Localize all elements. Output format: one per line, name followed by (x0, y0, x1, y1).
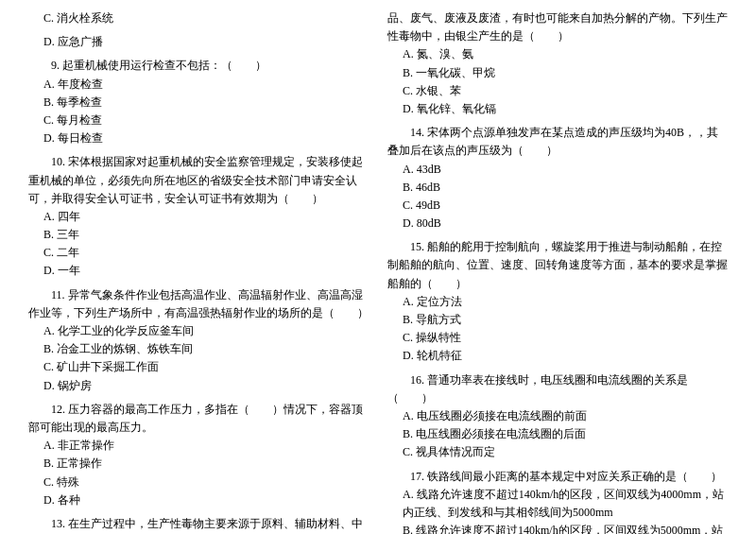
q13-option-d: D. 氧化锌、氧化镉 (403, 100, 728, 118)
q10-option-a: A. 四年 (43, 208, 369, 226)
question-13-cont: 品、废气、废液及废渣，有时也可能来自加热分解的产物。下列生产性毒物中，由银尘产生… (387, 9, 728, 118)
q16-option-b: B. 电压线圈必须接在电流线圈的后面 (403, 425, 728, 443)
q14-text: 14. 宋体两个点源单独发声在某点造成的声压级均为40B，，其叠加后在该点的声压… (387, 124, 728, 160)
q14-option-b: B. 46dB (403, 179, 728, 197)
q10-option-b: B. 三年 (43, 226, 369, 244)
question-10: 10. 宋体根据国家对起重机械的安全监察管理规定，安装移使起重机械的单位，必须先… (28, 153, 369, 280)
q16-option-a: A. 电压线圈必须接在电流线圈的前面 (403, 407, 728, 425)
left-column: C. 消火栓系统 D. 应急广播 9. 起重机械使用运行检查不包括：（ ） A.… (28, 9, 369, 534)
q12-option-b: B. 正常操作 (43, 455, 369, 473)
q10-text: 10. 宋体根据国家对起重机械的安全监察管理规定，安装移使起重机械的单位，必须先… (28, 153, 369, 208)
q9-option-a: A. 年度检查 (43, 76, 369, 94)
q10-option-c: C. 二年 (43, 244, 369, 262)
q12-text: 12. 压力容器的最高工作压力，多指在（ ）情况下，容器顶部可能出现的最高压力。 (28, 401, 369, 437)
question-11: 11. 异常气象条件作业包括高温作业、高温辐射作业、高温高湿作业等，下列生产场所… (28, 286, 369, 395)
q15-option-a: A. 定位方法 (403, 293, 728, 311)
q13-text: 13. 在生产过程中，生产性毒物主要来源于原料、辅助材料、中间产品、夹杂物、半成… (28, 515, 369, 534)
q15-option-d: D. 轮机特征 (403, 347, 728, 365)
question-15: 15. 船舶的舵用于控制航向，螺旋桨用于推进与制动船舶，在控制船舶的航向、位置、… (387, 238, 728, 365)
q9-option-b: B. 每季检查 (43, 94, 369, 112)
q9-option-c: C. 每月检查 (43, 112, 369, 129)
q14-option-d: D. 80dB (403, 215, 728, 233)
q15-option-c: C. 操纵特性 (403, 329, 728, 347)
q12-option-c: C. 特殊 (43, 474, 369, 491)
q14-option-a: A. 43dB (403, 161, 728, 179)
right-column: 品、废气、废液及废渣，有时也可能来自加热分解的产物。下列生产性毒物中，由银尘产生… (387, 9, 728, 534)
q13-option-c: C. 水银、苯 (403, 82, 728, 100)
q13-cont-text: 品、废气、废液及废渣，有时也可能来自加热分解的产物。下列生产性毒物中，由银尘产生… (387, 9, 728, 45)
question-13-start: 13. 在生产过程中，生产性毒物主要来源于原料、辅助材料、中间产品、夹杂物、半成… (28, 515, 369, 534)
q16-option-c: C. 视具体情况而定 (403, 443, 728, 461)
q12-option-d: D. 各种 (43, 491, 369, 509)
q11-option-d: D. 锅炉房 (43, 377, 369, 395)
question-9: 9. 起重机械使用运行检查不包括：（ ） A. 年度检查 B. 每季检查 C. … (28, 57, 369, 147)
option-text: C. 消火栓系统 (43, 9, 369, 27)
q14-option-c: C. 49dB (403, 197, 728, 215)
q9-text: 9. 起重机械使用运行检查不包括：（ ） (28, 57, 369, 75)
q12-option-a: A. 非正常操作 (43, 437, 369, 455)
q11-option-b: B. 冶金工业的炼钢、炼铁车间 (43, 340, 369, 358)
question-14: 14. 宋体两个点源单独发声在某点造成的声压级均为40B，，其叠加后在该点的声压… (387, 124, 728, 233)
option-text: D. 应急广播 (43, 33, 369, 51)
q15-option-b: B. 导航方式 (403, 311, 728, 329)
q10-option-d: D. 一年 (43, 262, 369, 280)
question-12: 12. 压力容器的最高工作压力，多指在（ ）情况下，容器顶部可能出现的最高压力。… (28, 401, 369, 509)
question-17: 17. 铁路线间最小距离的基本规定中对应关系正确的是（ ） A. 线路允许速度不… (387, 468, 728, 535)
question-16: 16. 普通功率表在接线时，电压线圈和电流线圈的关系是（ ） A. 电压线圈必须… (387, 371, 728, 462)
option-d-broadcast: D. 应急广播 (28, 33, 369, 51)
q17-option-b: B. 线路允许速度不超过140km/h的区段，区间双线为5000mm，站内正线、… (403, 522, 728, 534)
q11-option-c: C. 矿山井下采掘工作面 (43, 358, 369, 376)
q17-option-a: A. 线路允许速度不超过140km/h的区段，区间双线为4000mm，站内正线、… (403, 486, 728, 522)
q11-text: 11. 异常气象条件作业包括高温作业、高温辐射作业、高温高湿作业等，下列生产场所… (28, 286, 369, 322)
q13-option-a: A. 氮、溴、氨 (403, 45, 728, 63)
q17-text: 17. 铁路线间最小距离的基本规定中对应关系正确的是（ ） (387, 468, 728, 486)
q15-text: 15. 船舶的舵用于控制航向，螺旋桨用于推进与制动船舶，在控制船舶的航向、位置、… (387, 238, 728, 293)
q16-text: 16. 普通功率表在接线时，电压线圈和电流线圈的关系是（ ） (387, 371, 728, 407)
q13-option-b: B. 一氧化碳、甲烷 (403, 64, 728, 82)
option-c-fire: C. 消火栓系统 (28, 9, 369, 27)
q9-option-d: D. 每日检查 (43, 129, 369, 147)
page-content: C. 消火栓系统 D. 应急广播 9. 起重机械使用运行检查不包括：（ ） A.… (28, 9, 728, 534)
q11-option-a: A. 化学工业的化学反应釜车间 (43, 322, 369, 340)
